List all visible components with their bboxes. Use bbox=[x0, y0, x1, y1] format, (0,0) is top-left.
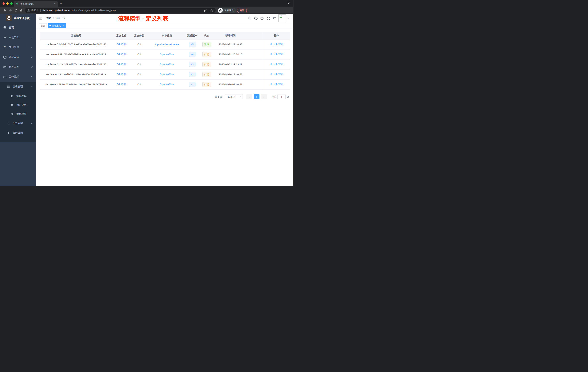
assign-rule-button[interactable]: 分配规则 bbox=[270, 73, 284, 76]
assign-rule-button[interactable]: 分配规则 bbox=[270, 53, 284, 56]
avatar[interactable] bbox=[278, 14, 286, 22]
form-link[interactable]: /bpm/oa/flow bbox=[160, 73, 174, 76]
tag-label: 流程定义 bbox=[52, 24, 61, 27]
definition-name-link[interactable]: OA 请假 bbox=[117, 53, 126, 56]
sidebar: 芋道管理系统 首页 系统管理 ¥ 支付管理 基础设施 bbox=[0, 14, 36, 186]
briefcase-icon bbox=[3, 75, 7, 78]
sidebar-item-process-model[interactable]: 流程模型 bbox=[0, 109, 36, 118]
sidebar-fold-icon[interactable] bbox=[39, 17, 42, 20]
table-row: oa_leave:1:482ec033-762a-11ec-8477-a2380… bbox=[40, 79, 290, 89]
status-badge: 挂起 bbox=[202, 82, 211, 87]
sidebar-item-devtools[interactable]: 研发工具 bbox=[0, 62, 36, 72]
sidebar-item-payment[interactable]: ¥ 支付管理 bbox=[0, 42, 36, 52]
cell-id: oa_leave:5:004b710b-7b8a-11ec-8ef0-acde4… bbox=[40, 39, 113, 49]
security-label[interactable]: 不安全 bbox=[31, 9, 38, 12]
help-icon[interactable] bbox=[259, 14, 265, 23]
app-logo-row[interactable]: 芋道管理系统 bbox=[0, 14, 36, 23]
current-page-button[interactable]: 1 bbox=[254, 94, 260, 99]
security-warning-icon[interactable] bbox=[27, 9, 30, 11]
prev-page-button[interactable]: ‹ bbox=[246, 94, 252, 99]
avatar-caret-down-icon[interactable] bbox=[288, 18, 290, 19]
sidebar-item-leave-query[interactable]: 请假查询 bbox=[0, 128, 36, 138]
sidebar-item-task-mgmt[interactable]: 任务管理 bbox=[0, 118, 36, 128]
sidebar-item-label: 任务管理 bbox=[12, 121, 23, 125]
new-tab-button[interactable]: + bbox=[60, 1, 62, 6]
form-link[interactable]: /bpm/oa/flow bbox=[160, 53, 174, 56]
app-title: 芋道管理系统 bbox=[14, 17, 30, 20]
browser-tab[interactable]: 芋道管理系统 × bbox=[14, 1, 58, 7]
cell-deploy-time: 2022-01-16 01:40:51 bbox=[214, 79, 247, 89]
tag-label: 首页 bbox=[41, 24, 45, 27]
main-area: 首页 / 流程定义 流程模型 - 定义列表 TT bbox=[36, 14, 293, 186]
sidebar-item-system[interactable]: 系统管理 bbox=[0, 33, 36, 42]
goto-page-input[interactable] bbox=[277, 94, 286, 99]
definition-name-link[interactable]: OA 请假 bbox=[117, 83, 126, 86]
assign-rule-button[interactable]: 分配规则 bbox=[270, 83, 284, 86]
definition-name-link[interactable]: OA 请假 bbox=[117, 43, 126, 46]
font-size-icon[interactable]: TT bbox=[271, 14, 277, 23]
minimize-window-button[interactable] bbox=[6, 2, 9, 5]
home-icon[interactable] bbox=[19, 9, 24, 12]
sidebar-item-workflow[interactable]: 工作流程 bbox=[0, 72, 36, 82]
incognito-badge: 无痕模式 bbox=[218, 8, 236, 13]
forward-icon[interactable] bbox=[8, 9, 13, 12]
tag-close-icon[interactable]: × bbox=[62, 24, 64, 27]
col-header-category: 定义分类 bbox=[130, 32, 148, 39]
goto-label: 前往 bbox=[272, 95, 277, 98]
url-text[interactable]: dashboard.yudao.iocoder.cn/bpm/manager/d… bbox=[42, 9, 202, 12]
browser-menu-kebab-icon[interactable] bbox=[246, 9, 247, 12]
col-header-filler bbox=[247, 32, 263, 39]
cell-deploy-time: 2022-01-22 19:19:11 bbox=[214, 59, 247, 69]
search-icon[interactable] bbox=[247, 14, 253, 23]
tags-view-bar: 首页 流程定义 × bbox=[36, 23, 293, 29]
definition-name-link[interactable]: OA 请假 bbox=[117, 63, 126, 66]
reload-icon[interactable] bbox=[13, 9, 19, 12]
group-icon bbox=[10, 104, 14, 107]
tag-home[interactable]: 首页 bbox=[39, 23, 47, 28]
tag-current[interactable]: 流程定义 × bbox=[48, 23, 66, 28]
github-icon[interactable] bbox=[253, 14, 259, 23]
breadcrumb-home[interactable]: 首页 bbox=[46, 17, 52, 20]
sidebar-item-label: 首页 bbox=[9, 26, 14, 29]
definition-name-link[interactable]: OA 请假 bbox=[117, 73, 126, 76]
next-page-button[interactable]: › bbox=[261, 94, 267, 99]
chevron-down-icon bbox=[31, 56, 33, 58]
update-button[interactable]: 更新 bbox=[237, 8, 248, 13]
url-bar[interactable]: 不安全 dashboard.yudao.iocoder.cn/bpm/manag… bbox=[25, 8, 216, 13]
breadcrumb-separator: / bbox=[53, 17, 54, 20]
back-icon[interactable] bbox=[2, 9, 8, 12]
form-link[interactable]: /bpm/oa/flow bbox=[160, 63, 174, 66]
update-label[interactable]: 更新 bbox=[240, 9, 244, 12]
tab-close-icon[interactable]: × bbox=[54, 2, 56, 5]
col-header-deploy-time: 部署时间 bbox=[214, 32, 247, 39]
sidebar-item-home[interactable]: 首页 bbox=[0, 23, 36, 33]
table-row: oa_leave:2:3c1f0ef1-76b1-11ec-9c66-a2380… bbox=[40, 69, 290, 79]
page-size-select[interactable]: 10条/页 bbox=[225, 94, 243, 99]
assign-rule-button[interactable]: 分配规则 bbox=[270, 43, 284, 46]
close-window-button[interactable] bbox=[2, 2, 5, 5]
assign-rule-button[interactable]: 分配规则 bbox=[270, 63, 284, 66]
col-header-form: 表单信息 bbox=[148, 32, 186, 39]
bookmark-star-icon[interactable] bbox=[210, 9, 213, 12]
monitor-icon bbox=[3, 56, 7, 59]
dashboard-icon bbox=[3, 26, 7, 29]
sidebar-item-label: 流程模型 bbox=[16, 112, 27, 116]
sidebar-item-process-form[interactable]: 流程表单 bbox=[0, 92, 36, 100]
page-content: 定义编号 定义名称 定义分类 表单信息 流程版本 状态 部署时间 操作 oa_l… bbox=[36, 29, 293, 89]
zoom-window-button[interactable] bbox=[10, 2, 12, 5]
version-badge: v1 bbox=[189, 82, 196, 87]
sidebar-item-user-group[interactable]: 用户分组 bbox=[0, 100, 36, 109]
tab-search-chevron-icon[interactable] bbox=[287, 2, 290, 4]
sidebar-item-process-mgmt[interactable]: 流程管理 bbox=[0, 82, 36, 92]
key-icon[interactable] bbox=[204, 9, 207, 12]
cell-category: OA bbox=[130, 69, 148, 79]
fullscreen-icon[interactable] bbox=[265, 14, 271, 23]
sidebar-item-infra[interactable]: 基础设施 bbox=[0, 52, 36, 62]
form-link[interactable]: /bpm/oa/flow bbox=[160, 83, 174, 86]
window-controls[interactable] bbox=[2, 2, 12, 5]
yen-icon: ¥ bbox=[3, 46, 7, 49]
table-row: oa_leave:4:991f2193-7b7f-11ec-a3c8-acde4… bbox=[40, 49, 290, 59]
form-link[interactable]: /bpm/oa/leave/create bbox=[155, 43, 179, 46]
sidebar-item-label: 基础设施 bbox=[9, 55, 19, 59]
status-badge: 挂起 bbox=[202, 72, 211, 77]
